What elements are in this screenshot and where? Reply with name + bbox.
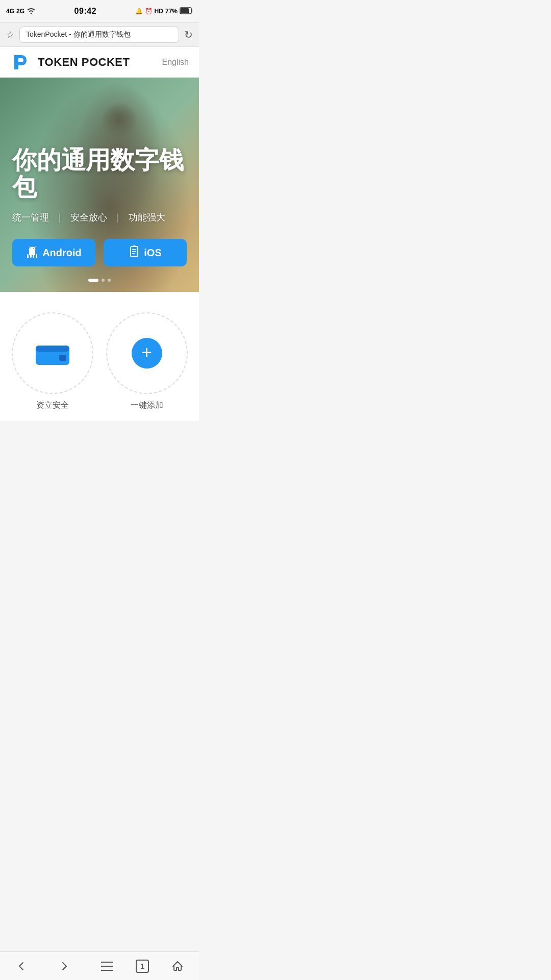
feature-label-add: 一键添加 (131, 400, 163, 411)
status-bar: 4G 2G 09:42 🔔 ⏰ HD 77% (0, 0, 199, 22)
features-section: 资立安全 + 一键添加 (0, 292, 199, 421)
feature-label-wallet: 资立安全 (36, 400, 69, 411)
subtitle-part1: 统一管理 (12, 211, 49, 224)
download-buttons: Android iOS (12, 239, 187, 266)
ios-label: iOS (144, 247, 161, 259)
android-download-button[interactable]: Android (12, 239, 95, 266)
slide-indicator (88, 279, 111, 282)
status-time: 09:42 (74, 7, 96, 16)
feature-circle-wallet (12, 312, 93, 394)
ios-icon (129, 246, 140, 260)
bookmark-icon[interactable]: ☆ (6, 29, 14, 40)
hero-title: 你的通用数字钱包 (12, 147, 187, 211)
url-bar[interactable]: TokenPocket - 你的通用数字钱包 (19, 27, 179, 43)
status-network: 4G 2G (6, 7, 36, 16)
slide-dot-3 (108, 279, 111, 282)
subtitle-part3: 功能强大 (129, 211, 165, 224)
svg-rect-5 (133, 246, 136, 247)
add-icon: + (132, 338, 162, 369)
tokenpocket-logo-icon (10, 51, 33, 74)
subtitle-part2: 安全放心 (70, 211, 107, 224)
svg-rect-10 (36, 346, 69, 352)
wifi-icon (27, 7, 36, 16)
alarm-icon: 🔔 (135, 8, 143, 15)
svg-rect-1 (191, 9, 192, 12)
language-button[interactable]: English (162, 58, 189, 67)
logo-container: TOKEN POCKET (10, 51, 130, 74)
slide-dot-1 (88, 279, 98, 282)
svg-rect-11 (59, 355, 66, 361)
divider2: ｜ (113, 211, 122, 224)
status-icons: 🔔 ⏰ HD 77% (135, 7, 193, 16)
clock-icon: ⏰ (145, 8, 153, 15)
nav-header: TOKEN POCKET English (0, 47, 199, 78)
android-icon (26, 246, 38, 260)
feature-card-add: + 一键添加 (105, 312, 189, 411)
brand-name: TOKEN POCKET (38, 56, 130, 69)
feature-circle-add: + (106, 312, 188, 394)
hero-section: 你的通用数字钱包 统一管理 ｜ 安全放心 ｜ 功能强大 Android (0, 78, 199, 292)
wallet-icon (35, 340, 70, 366)
feature-card-wallet: 资立安全 (10, 312, 94, 411)
signal-2g: 2G (16, 8, 24, 15)
battery-percent: 77% (165, 8, 178, 15)
call-icon: HD (155, 8, 163, 15)
hero-subtitle: 统一管理 ｜ 安全放心 ｜ 功能强大 (12, 211, 187, 224)
slide-dot-2 (102, 279, 105, 282)
android-label: Android (42, 247, 82, 259)
divider1: ｜ (55, 211, 64, 224)
browser-bar: ☆ TokenPocket - 你的通用数字钱包 ↻ (0, 22, 199, 47)
svg-rect-2 (181, 8, 189, 13)
signal-4g: 4G (6, 8, 14, 15)
battery-icon (180, 7, 193, 16)
reload-icon[interactable]: ↻ (184, 29, 193, 41)
ios-download-button[interactable]: iOS (104, 239, 187, 266)
